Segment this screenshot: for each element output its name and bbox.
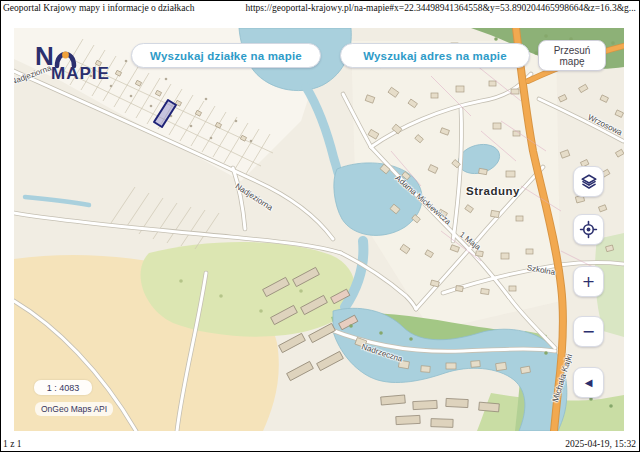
print-header: Geoportal Krajowy mapy i informacje o dz… <box>3 3 636 13</box>
back-arrow-icon: ◀ <box>585 378 593 388</box>
zoom-out-button[interactable]: − <box>573 316 604 347</box>
locate-icon <box>579 220 598 239</box>
map-canvas <box>14 28 624 431</box>
locate-button[interactable] <box>573 214 604 245</box>
map-viewport[interactable]: Nadjeziorna Nadjeziorna Adama Mickiewicz… <box>14 28 624 431</box>
zoom-in-button[interactable]: + <box>573 266 604 297</box>
map-attribution: OnGeo Maps API <box>35 402 113 416</box>
meadow-center <box>141 242 355 337</box>
scale-indicator: 1 : 4083 <box>34 380 92 395</box>
print-footer-datetime: 2025-04-19, 15:32 <box>565 439 636 449</box>
print-footer: 1 z 1 2025-04-19, 15:32 <box>3 439 636 449</box>
print-footer-page-count: 1 z 1 <box>3 439 21 449</box>
mid-pond <box>334 163 422 236</box>
minus-icon: − <box>582 324 595 340</box>
back-button[interactable]: ◀ <box>573 367 604 398</box>
pan-map-label-line1: Przesuń <box>554 45 591 56</box>
town-label-straduny: Straduny <box>466 185 520 197</box>
pan-map-button[interactable]: Przesuń mapę <box>538 40 606 71</box>
print-header-title: Geoportal Krajowy mapy i informacje o dz… <box>3 3 195 13</box>
layers-icon <box>580 173 598 191</box>
pan-map-label-line2: mapę <box>559 56 584 67</box>
search-parcel-input[interactable] <box>131 43 321 68</box>
logo-word-mapie: MAPIE <box>51 64 110 82</box>
plus-icon: + <box>582 274 595 290</box>
search-address-input[interactable] <box>340 43 530 68</box>
namapie-logo[interactable]: N MAPIE <box>34 40 124 82</box>
print-page: Geoportal Krajowy mapy i informacje o dz… <box>0 0 640 452</box>
print-header-url: https://geoportal-krajowy.pl/na-mapie#x=… <box>246 3 636 13</box>
layers-button[interactable] <box>573 166 604 197</box>
logo-orange-dot-icon <box>62 52 69 59</box>
